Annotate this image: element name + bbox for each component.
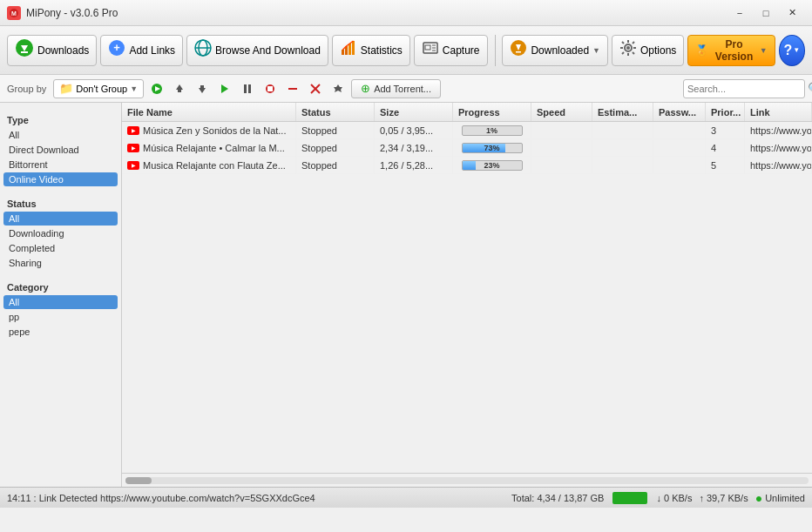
downloaded-button[interactable]: Downloaded ▼	[502, 35, 608, 66]
group-by-label: Group by	[7, 84, 46, 94]
help-button[interactable]: ? ▼	[779, 35, 805, 66]
col-header-pass[interactable]: Passw...	[653, 103, 706, 121]
file-list-area: File Name Status Size Progress Speed Est…	[122, 103, 812, 487]
table-row[interactable]: Musica Relajante con Flauta Ze... Stoppe…	[122, 157, 812, 174]
add-links-button[interactable]: + Add Links	[100, 35, 183, 66]
pro-version-button[interactable]: 🏅 Pro Version ▼	[687, 35, 775, 66]
statusbar: 14:11 : Link Detected https://www.youtub…	[0, 487, 812, 508]
col-header-progress[interactable]: Progress	[453, 103, 531, 121]
pro-dropdown-arrow: ▼	[760, 46, 768, 55]
table-row[interactable]: Música Relajante • Calmar la M... Stoppe…	[122, 139, 812, 157]
add-links-label: Add Links	[129, 44, 175, 57]
svg-rect-21	[516, 51, 521, 53]
sidebar-item-sharing[interactable]: Sharing	[3, 256, 118, 270]
svg-line-31	[622, 52, 624, 54]
cell-progress-0: 1%	[453, 122, 531, 138]
capture-label: Capture	[443, 44, 480, 57]
add-torrent-button[interactable]: ⊕ Add Torrent...	[351, 79, 441, 98]
pause-button[interactable]	[238, 79, 257, 98]
cell-progress-2: 23%	[453, 157, 531, 173]
sidebar-item-downloading[interactable]: Downloading	[3, 226, 118, 240]
cell-prior-1: 4	[706, 139, 745, 156]
sidebar-item-pepe[interactable]: pepe	[3, 325, 118, 339]
globe-icon	[194, 39, 212, 61]
progress-text-2: 23%	[463, 161, 522, 170]
sidebar-item-completed[interactable]: Completed	[3, 241, 118, 255]
cell-prior-0: 3	[706, 122, 745, 138]
svg-rect-39	[244, 84, 247, 93]
cell-pass-0	[653, 122, 706, 138]
maximize-button[interactable]: □	[753, 4, 779, 22]
browse-download-button[interactable]: Browse And Download	[186, 35, 328, 66]
cell-filename-1: Música Relajante • Calmar la M...	[122, 139, 296, 156]
group-select[interactable]: 📁 Don't Group ▼	[53, 79, 144, 98]
remove-button[interactable]	[283, 79, 302, 98]
cell-progress-1: 73%	[453, 139, 531, 156]
svg-line-30	[633, 42, 634, 44]
progress-text-0: 1%	[463, 126, 522, 135]
table-row[interactable]: Música Zen y Sonidos de la Nat... Stoppe…	[122, 122, 812, 139]
cell-eta-2	[592, 157, 653, 173]
torrent-icon: ⊕	[361, 82, 370, 95]
col-header-filename[interactable]: File Name	[122, 103, 296, 121]
youtube-icon	[127, 126, 139, 135]
statistics-button[interactable]: Statistics	[332, 35, 410, 66]
cell-status-2: Stopped	[296, 157, 375, 173]
remove-file-button[interactable]	[306, 79, 325, 98]
svg-marker-38	[221, 84, 228, 93]
col-header-size[interactable]: Size	[375, 103, 453, 121]
sidebar-item-online-video[interactable]: Online Video	[3, 172, 118, 186]
horizontal-scrollbar[interactable]	[122, 473, 812, 487]
cell-eta-1	[592, 139, 653, 156]
youtube-icon	[127, 161, 139, 170]
cell-pass-2	[653, 157, 706, 173]
downloads-label: Downloads	[37, 44, 89, 57]
download-arrow-button[interactable]	[193, 79, 212, 98]
search-box[interactable]: 🔍	[683, 79, 805, 98]
cell-size-1: 2,34 / 3,19...	[375, 139, 453, 156]
minimize-button[interactable]: −	[727, 4, 753, 22]
col-header-speed[interactable]: Speed	[531, 103, 592, 121]
upload-button[interactable]	[170, 79, 189, 98]
options-button[interactable]: Options	[612, 35, 684, 66]
stop-button[interactable]	[261, 79, 280, 98]
svg-rect-4	[21, 51, 28, 53]
close-button[interactable]: ✕	[779, 4, 805, 22]
youtube-icon	[127, 144, 139, 152]
svg-rect-42	[267, 86, 273, 91]
svg-text:M: M	[11, 10, 17, 17]
cell-link-0: https://www.youtube.com/w	[745, 122, 812, 138]
sidebar-item-direct-download[interactable]: Direct Download	[3, 143, 118, 157]
cell-speed-1	[531, 139, 592, 156]
browse-download-label: Browse And Download	[215, 44, 321, 57]
app-title: MiPony - v3.0.6 Pro	[26, 7, 727, 19]
svg-point-23	[626, 46, 630, 50]
sidebar-item-all-category[interactable]: All	[3, 295, 118, 309]
cell-speed-2	[531, 157, 592, 173]
sidebar-item-all-type[interactable]: All	[3, 128, 118, 142]
start-button[interactable]	[215, 79, 234, 98]
group-dropdown-arrow: ▼	[130, 84, 138, 93]
properties-button[interactable]	[328, 79, 348, 98]
sidebar-item-pp[interactable]: pp	[3, 310, 118, 324]
sidebar-item-bittorrent[interactable]: Bittorrent	[3, 158, 118, 172]
downloads-button[interactable]: Downloads	[7, 35, 97, 66]
resume-all-button[interactable]	[147, 79, 166, 98]
col-header-prior[interactable]: Prior...	[706, 103, 745, 121]
downloaded-label: Downloaded	[531, 44, 589, 57]
sidebar-item-all-status[interactable]: All	[3, 212, 118, 226]
main-toolbar: Downloads + Add Links Browse And Downloa…	[0, 26, 812, 75]
col-header-eta[interactable]: Estima...	[592, 103, 653, 121]
options-icon	[619, 39, 637, 61]
window-controls: − □ ✕	[727, 4, 805, 22]
search-input[interactable]	[687, 84, 808, 94]
col-header-link[interactable]: Link	[745, 103, 812, 121]
col-header-status[interactable]: Status	[296, 103, 375, 121]
svg-rect-13	[352, 41, 355, 55]
capture-button[interactable]: Capture	[414, 35, 488, 66]
svg-rect-12	[348, 44, 351, 55]
main-content: Type All Direct Download Bittorrent Onli…	[0, 103, 812, 487]
statistics-label: Statistics	[361, 44, 403, 57]
downloaded-dropdown-arrow: ▼	[592, 46, 600, 55]
progress-bar-total	[612, 492, 647, 504]
